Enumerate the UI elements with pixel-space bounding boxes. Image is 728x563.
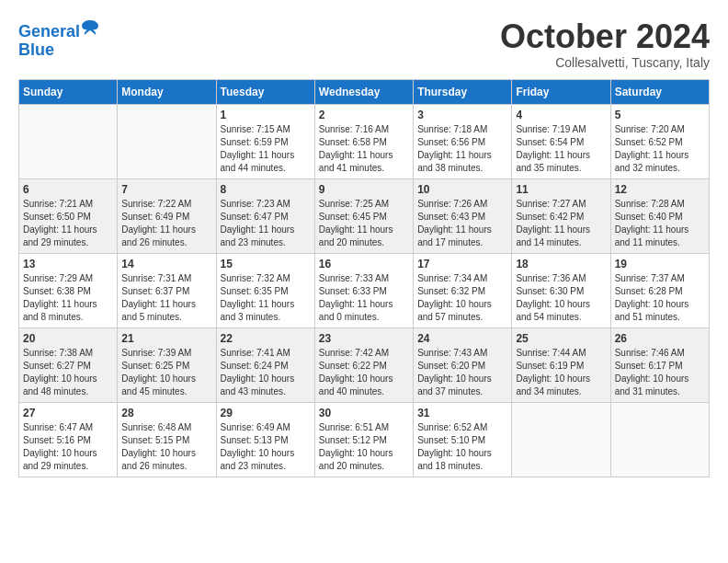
calendar-cell: 26Sunrise: 7:46 AMSunset: 6:17 PMDayligh… [610, 327, 709, 402]
day-number: 12 [615, 183, 705, 196]
day-number: 4 [516, 109, 606, 121]
day-info: Sunrise: 7:21 AMSunset: 6:50 PMDaylight:… [23, 198, 113, 249]
day-number: 6 [23, 183, 113, 196]
calendar-cell: 10Sunrise: 7:26 AMSunset: 6:43 PMDayligh… [414, 178, 512, 253]
day-number: 14 [121, 258, 211, 270]
calendar-cell: 4Sunrise: 7:19 AMSunset: 6:54 PMDaylight… [512, 104, 610, 178]
calendar-cell: 28Sunrise: 6:48 AMSunset: 5:15 PMDayligh… [118, 402, 216, 477]
day-number: 23 [319, 332, 409, 345]
day-info: Sunrise: 7:46 AMSunset: 6:17 PMDaylight:… [615, 347, 705, 398]
day-number: 7 [121, 183, 211, 196]
day-info: Sunrise: 7:15 AMSunset: 6:59 PMDaylight:… [221, 123, 311, 175]
calendar-cell: 1Sunrise: 7:15 AMSunset: 6:59 PMDaylight… [216, 104, 314, 178]
calendar-cell: 22Sunrise: 7:41 AMSunset: 6:24 PMDayligh… [216, 327, 314, 402]
day-number: 10 [417, 183, 507, 196]
day-number: 5 [615, 109, 705, 121]
calendar-cell: 14Sunrise: 7:31 AMSunset: 6:37 PMDayligh… [118, 253, 216, 327]
calendar-cell: 31Sunrise: 6:52 AMSunset: 5:10 PMDayligh… [414, 402, 512, 477]
header: General Blue October 2024 Collesalvetti,… [18, 18, 710, 70]
day-info: Sunrise: 7:25 AMSunset: 6:45 PMDaylight:… [319, 198, 409, 249]
day-number: 17 [417, 258, 507, 270]
day-info: Sunrise: 7:32 AMSunset: 6:35 PMDaylight:… [221, 272, 311, 324]
title-area: October 2024 Collesalvetti, Tuscany, Ita… [500, 18, 710, 70]
day-info: Sunrise: 7:34 AMSunset: 6:32 PMDaylight:… [417, 272, 507, 324]
header-cell-tuesday: Tuesday [216, 79, 314, 104]
day-info: Sunrise: 7:19 AMSunset: 6:54 PMDaylight:… [516, 123, 606, 175]
day-number: 15 [221, 258, 311, 270]
header-cell-monday: Monday [118, 79, 216, 104]
header-cell-friday: Friday [512, 79, 610, 104]
calendar-week-2: 6Sunrise: 7:21 AMSunset: 6:50 PMDaylight… [19, 178, 710, 253]
day-info: Sunrise: 6:51 AMSunset: 5:12 PMDaylight:… [319, 421, 409, 473]
day-info: Sunrise: 7:42 AMSunset: 6:22 PMDaylight:… [319, 347, 409, 398]
day-number: 26 [615, 332, 705, 345]
calendar-cell: 27Sunrise: 6:47 AMSunset: 5:16 PMDayligh… [19, 402, 118, 477]
day-info: Sunrise: 7:28 AMSunset: 6:40 PMDaylight:… [615, 198, 705, 249]
day-number: 22 [221, 332, 311, 345]
day-number: 8 [221, 183, 311, 196]
day-info: Sunrise: 7:38 AMSunset: 6:27 PMDaylight:… [23, 347, 113, 398]
calendar-cell: 18Sunrise: 7:36 AMSunset: 6:30 PMDayligh… [512, 253, 610, 327]
day-info: Sunrise: 7:31 AMSunset: 6:37 PMDaylight:… [121, 272, 211, 324]
day-number: 28 [121, 407, 211, 419]
calendar-cell: 5Sunrise: 7:20 AMSunset: 6:52 PMDaylight… [610, 104, 709, 178]
day-number: 19 [615, 258, 705, 270]
calendar-cell: 11Sunrise: 7:27 AMSunset: 6:42 PMDayligh… [512, 178, 610, 253]
logo: General Blue [18, 18, 100, 60]
header-row: SundayMondayTuesdayWednesdayThursdayFrid… [19, 79, 710, 104]
day-info: Sunrise: 7:39 AMSunset: 6:25 PMDaylight:… [121, 347, 211, 398]
day-number: 2 [319, 109, 409, 121]
day-info: Sunrise: 7:41 AMSunset: 6:24 PMDaylight:… [221, 347, 311, 398]
calendar-cell: 29Sunrise: 6:49 AMSunset: 5:13 PMDayligh… [216, 402, 314, 477]
calendar-cell [610, 402, 709, 477]
day-info: Sunrise: 7:29 AMSunset: 6:38 PMDaylight:… [23, 272, 113, 324]
calendar-cell: 8Sunrise: 7:23 AMSunset: 6:47 PMDaylight… [216, 178, 314, 253]
calendar-cell [19, 104, 118, 178]
header-cell-sunday: Sunday [19, 79, 118, 104]
calendar-cell: 21Sunrise: 7:39 AMSunset: 6:25 PMDayligh… [118, 327, 216, 402]
day-info: Sunrise: 6:52 AMSunset: 5:10 PMDaylight:… [417, 421, 507, 473]
day-number: 30 [319, 407, 409, 419]
header-cell-wednesday: Wednesday [314, 79, 413, 104]
day-number: 9 [319, 183, 409, 196]
calendar-week-5: 27Sunrise: 6:47 AMSunset: 5:16 PMDayligh… [19, 402, 710, 477]
calendar-cell: 6Sunrise: 7:21 AMSunset: 6:50 PMDaylight… [19, 178, 118, 253]
day-info: Sunrise: 7:43 AMSunset: 6:20 PMDaylight:… [417, 347, 507, 398]
day-info: Sunrise: 6:47 AMSunset: 5:16 PMDaylight:… [23, 421, 113, 473]
logo-line2: Blue [18, 41, 100, 60]
day-info: Sunrise: 6:49 AMSunset: 5:13 PMDaylight:… [221, 421, 311, 473]
day-info: Sunrise: 7:20 AMSunset: 6:52 PMDaylight:… [615, 123, 705, 175]
logo-line1: General [18, 22, 80, 40]
calendar-cell: 12Sunrise: 7:28 AMSunset: 6:40 PMDayligh… [610, 178, 709, 253]
day-info: Sunrise: 7:33 AMSunset: 6:33 PMDaylight:… [319, 272, 409, 324]
calendar-week-4: 20Sunrise: 7:38 AMSunset: 6:27 PMDayligh… [19, 327, 710, 402]
calendar-cell: 20Sunrise: 7:38 AMSunset: 6:27 PMDayligh… [19, 327, 118, 402]
calendar-cell: 9Sunrise: 7:25 AMSunset: 6:45 PMDaylight… [314, 178, 413, 253]
day-number: 21 [121, 332, 211, 345]
calendar-cell: 7Sunrise: 7:22 AMSunset: 6:49 PMDaylight… [118, 178, 216, 253]
day-number: 29 [221, 407, 311, 419]
day-info: Sunrise: 7:44 AMSunset: 6:19 PMDaylight:… [516, 347, 606, 398]
day-info: Sunrise: 7:23 AMSunset: 6:47 PMDaylight:… [221, 198, 311, 249]
day-number: 13 [23, 258, 113, 270]
subtitle: Collesalvetti, Tuscany, Italy [500, 55, 710, 70]
calendar-cell: 24Sunrise: 7:43 AMSunset: 6:20 PMDayligh… [414, 327, 512, 402]
day-info: Sunrise: 7:37 AMSunset: 6:28 PMDaylight:… [615, 272, 705, 324]
calendar-week-1: 1Sunrise: 7:15 AMSunset: 6:59 PMDaylight… [19, 104, 710, 178]
header-cell-saturday: Saturday [610, 79, 709, 104]
header-cell-thursday: Thursday [414, 79, 512, 104]
calendar-cell: 16Sunrise: 7:33 AMSunset: 6:33 PMDayligh… [314, 253, 413, 327]
day-number: 11 [516, 183, 606, 196]
calendar-cell: 3Sunrise: 7:18 AMSunset: 6:56 PMDaylight… [414, 104, 512, 178]
logo-text: General [18, 18, 100, 41]
calendar-cell [512, 402, 610, 477]
day-info: Sunrise: 6:48 AMSunset: 5:15 PMDaylight:… [121, 421, 211, 473]
calendar-table: SundayMondayTuesdayWednesdayThursdayFrid… [18, 79, 710, 477]
logo-bird-icon [82, 18, 100, 37]
day-number: 18 [516, 258, 606, 270]
day-info: Sunrise: 7:26 AMSunset: 6:43 PMDaylight:… [417, 198, 507, 249]
calendar-week-3: 13Sunrise: 7:29 AMSunset: 6:38 PMDayligh… [19, 253, 710, 327]
calendar-cell: 13Sunrise: 7:29 AMSunset: 6:38 PMDayligh… [19, 253, 118, 327]
day-number: 27 [23, 407, 113, 419]
day-info: Sunrise: 7:22 AMSunset: 6:49 PMDaylight:… [121, 198, 211, 249]
